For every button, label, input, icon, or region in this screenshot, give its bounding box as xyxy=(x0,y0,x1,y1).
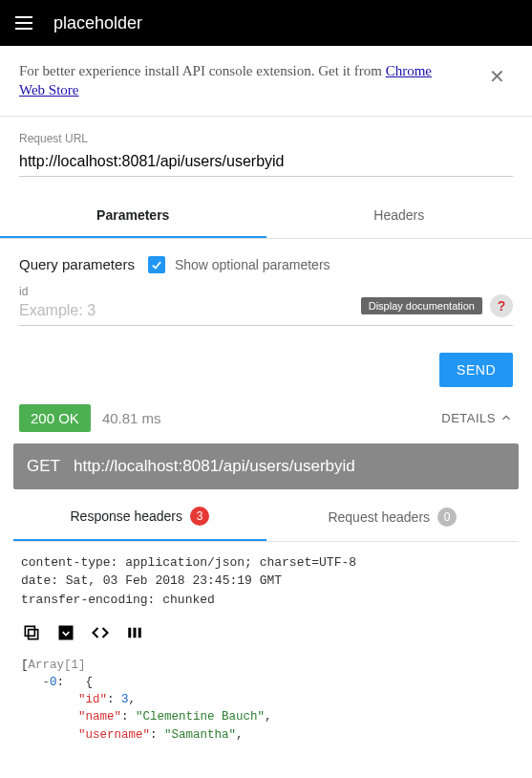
response-headers-count: 3 xyxy=(190,507,209,526)
request-url-section: Request URL xyxy=(0,117,532,177)
request-summary-bar: GET http://localhost:8081/api/users/user… xyxy=(13,443,519,489)
json-array-label: Array[1] xyxy=(29,659,86,672)
send-button[interactable]: SEND xyxy=(439,353,513,387)
copy-icon[interactable] xyxy=(21,622,42,643)
status-row: 200 OK 40.81 ms DETAILS xyxy=(0,404,532,440)
details-label: DETAILS xyxy=(441,411,496,425)
json-username-val: "Samantha" xyxy=(164,728,236,742)
response-headers-label: Response headers xyxy=(70,508,182,524)
svg-rect-2 xyxy=(59,626,74,640)
request-url-display: http://localhost:8081/api/users/userbyid xyxy=(74,457,355,476)
notice-text: For better experience install API consol… xyxy=(19,61,458,100)
param-id-row: id Display documentation ? xyxy=(0,281,532,326)
svg-rect-0 xyxy=(29,630,38,639)
svg-rect-4 xyxy=(134,628,137,638)
help-icon[interactable]: ? xyxy=(490,294,513,317)
tab-response-headers[interactable]: Response headers 3 xyxy=(13,493,266,541)
close-icon[interactable]: ✕ xyxy=(481,61,513,92)
svg-rect-1 xyxy=(25,626,34,636)
details-toggle[interactable]: DETAILS xyxy=(441,411,513,425)
json-id-key: "id" xyxy=(78,693,107,706)
columns-icon[interactable] xyxy=(124,622,145,643)
json-name-val: "Clementine Bauch" xyxy=(136,710,265,724)
json-id-val: 3 xyxy=(121,693,129,706)
request-method: GET xyxy=(27,457,60,476)
notice-prefix: For better experience install API consol… xyxy=(19,63,386,78)
request-headers-count: 0 xyxy=(437,508,457,527)
query-params-row: Query parameters Show optional parameter… xyxy=(0,239,532,281)
request-url-input[interactable] xyxy=(19,149,513,177)
tab-parameters[interactable]: Parameters xyxy=(0,194,266,238)
menu-icon[interactable] xyxy=(15,11,38,34)
query-params-title: Query parameters xyxy=(19,256,135,272)
request-headers-label: Request headers xyxy=(328,509,430,525)
show-optional-label: Show optional parameters xyxy=(175,257,330,272)
response-tabs: Response headers 3 Request headers 0 xyxy=(13,493,519,542)
json-username-key: "username" xyxy=(78,728,150,742)
app-header: placeholder xyxy=(0,0,532,46)
response-headers-block: content-type: application/json; charset=… xyxy=(0,542,532,617)
collapse-toggle[interactable]: - xyxy=(43,676,51,689)
response-body-json: [Array[1] -0: { "id": 3, "name": "Clemen… xyxy=(0,653,532,753)
request-url-label: Request URL xyxy=(19,132,513,145)
send-row: SEND xyxy=(0,326,532,404)
json-name-key: "name" xyxy=(78,710,121,724)
svg-rect-3 xyxy=(128,628,131,638)
status-badge: 200 OK xyxy=(19,404,91,432)
download-icon[interactable] xyxy=(55,622,76,643)
response-time: 40.81 ms xyxy=(102,410,161,426)
doc-tooltip: Display documentation xyxy=(361,297,482,314)
code-icon[interactable] xyxy=(90,622,111,643)
response-toolbar xyxy=(0,616,532,653)
extension-notice: For better experience install API consol… xyxy=(0,46,532,117)
chevron-up-icon xyxy=(500,411,513,424)
json-index: 0 xyxy=(50,676,57,689)
app-title: placeholder xyxy=(53,13,142,33)
tab-request-headers[interactable]: Request headers 0 xyxy=(266,493,520,541)
tab-headers[interactable]: Headers xyxy=(266,194,533,238)
param-header-tabs: Parameters Headers xyxy=(0,194,532,239)
show-optional-checkbox[interactable] xyxy=(148,256,165,273)
svg-rect-5 xyxy=(138,628,141,638)
